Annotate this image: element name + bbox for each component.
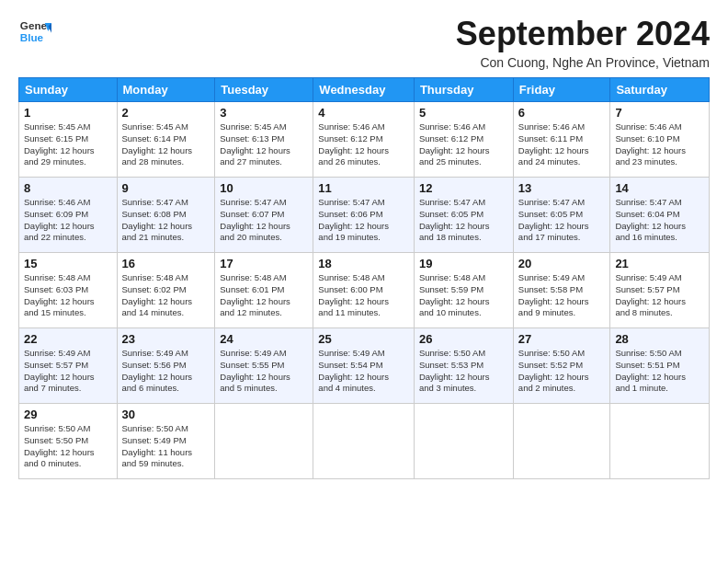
table-row: 25Sunrise: 5:49 AM Sunset: 5:54 PM Dayli… [313, 328, 415, 404]
day-info: Sunrise: 5:45 AM Sunset: 6:14 PM Dayligh… [122, 121, 210, 168]
table-row: 11Sunrise: 5:47 AM Sunset: 6:06 PM Dayli… [313, 178, 415, 253]
day-number: 13 [518, 181, 606, 195]
table-row: 1Sunrise: 5:45 AM Sunset: 6:15 PM Daylig… [19, 102, 118, 178]
day-number: 25 [318, 332, 409, 346]
day-info: Sunrise: 5:49 AM Sunset: 5:55 PM Dayligh… [220, 348, 308, 395]
day-info: Sunrise: 5:47 AM Sunset: 6:08 PM Dayligh… [122, 197, 210, 244]
day-info: Sunrise: 5:45 AM Sunset: 6:13 PM Dayligh… [220, 121, 308, 168]
day-info: Sunrise: 5:50 AM Sunset: 5:53 PM Dayligh… [419, 348, 508, 395]
table-row: 5Sunrise: 5:46 AM Sunset: 6:12 PM Daylig… [414, 102, 513, 178]
day-number: 26 [419, 332, 508, 346]
subtitle: Con Cuong, Nghe An Province, Vietnam [456, 55, 710, 70]
day-info: Sunrise: 5:47 AM Sunset: 6:06 PM Dayligh… [318, 197, 409, 244]
day-number: 22 [24, 332, 112, 346]
header-sunday: Sunday [19, 78, 118, 102]
day-number: 8 [24, 181, 112, 195]
day-number: 18 [318, 257, 409, 270]
day-info: Sunrise: 5:50 AM Sunset: 5:52 PM Dayligh… [518, 348, 606, 395]
calendar-row: 8Sunrise: 5:46 AM Sunset: 6:09 PM Daylig… [19, 178, 710, 253]
table-row: 2Sunrise: 5:45 AM Sunset: 6:14 PM Daylig… [117, 102, 215, 178]
month-title: September 2024 [456, 15, 710, 53]
day-number: 12 [419, 181, 508, 195]
day-info: Sunrise: 5:49 AM Sunset: 5:58 PM Dayligh… [518, 272, 606, 319]
table-row [414, 404, 513, 479]
day-info: Sunrise: 5:47 AM Sunset: 6:05 PM Dayligh… [518, 197, 606, 244]
table-row: 24Sunrise: 5:49 AM Sunset: 5:55 PM Dayli… [215, 328, 313, 404]
calendar-row: 15Sunrise: 5:48 AM Sunset: 6:03 PM Dayli… [19, 253, 710, 328]
day-info: Sunrise: 5:46 AM Sunset: 6:11 PM Dayligh… [518, 121, 606, 168]
day-info: Sunrise: 5:50 AM Sunset: 5:49 PM Dayligh… [122, 423, 210, 470]
day-info: Sunrise: 5:46 AM Sunset: 6:12 PM Dayligh… [419, 121, 508, 168]
calendar-row: 22Sunrise: 5:49 AM Sunset: 5:57 PM Dayli… [19, 328, 710, 404]
calendar-row: 1Sunrise: 5:45 AM Sunset: 6:15 PM Daylig… [19, 102, 710, 178]
table-row: 28Sunrise: 5:50 AM Sunset: 5:51 PM Dayli… [610, 328, 710, 404]
table-row: 4Sunrise: 5:46 AM Sunset: 6:12 PM Daylig… [313, 102, 415, 178]
calendar-header-row: Sunday Monday Tuesday Wednesday Thursday… [19, 78, 710, 102]
table-row [513, 404, 610, 479]
table-row: 18Sunrise: 5:48 AM Sunset: 6:00 PM Dayli… [313, 253, 415, 328]
day-number: 16 [122, 257, 210, 270]
header-monday: Monday [117, 78, 215, 102]
svg-text:Blue: Blue [20, 31, 44, 43]
day-number: 19 [419, 257, 508, 270]
day-info: Sunrise: 5:48 AM Sunset: 6:02 PM Dayligh… [122, 272, 210, 319]
logo: General Blue [18, 15, 51, 48]
day-number: 7 [615, 106, 704, 120]
day-info: Sunrise: 5:46 AM Sunset: 6:10 PM Dayligh… [615, 121, 704, 168]
calendar-table: Sunday Monday Tuesday Wednesday Thursday… [18, 77, 710, 479]
day-info: Sunrise: 5:49 AM Sunset: 5:56 PM Dayligh… [122, 348, 210, 395]
table-row: 27Sunrise: 5:50 AM Sunset: 5:52 PM Dayli… [513, 328, 610, 404]
day-info: Sunrise: 5:48 AM Sunset: 6:01 PM Dayligh… [220, 272, 308, 319]
header-friday: Friday [513, 78, 610, 102]
table-row: 6Sunrise: 5:46 AM Sunset: 6:11 PM Daylig… [513, 102, 610, 178]
table-row: 8Sunrise: 5:46 AM Sunset: 6:09 PM Daylig… [19, 178, 118, 253]
day-number: 28 [615, 332, 704, 346]
table-row: 12Sunrise: 5:47 AM Sunset: 6:05 PM Dayli… [414, 178, 513, 253]
table-row: 15Sunrise: 5:48 AM Sunset: 6:03 PM Dayli… [19, 253, 118, 328]
day-number: 23 [122, 332, 210, 346]
day-number: 5 [419, 106, 508, 120]
day-info: Sunrise: 5:49 AM Sunset: 5:57 PM Dayligh… [615, 272, 704, 319]
day-number: 30 [122, 408, 210, 421]
day-number: 9 [122, 181, 210, 195]
day-number: 27 [518, 332, 606, 346]
day-number: 2 [122, 106, 210, 120]
table-row: 29Sunrise: 5:50 AM Sunset: 5:50 PM Dayli… [19, 404, 118, 479]
day-info: Sunrise: 5:50 AM Sunset: 5:51 PM Dayligh… [615, 348, 704, 395]
day-number: 11 [318, 181, 409, 195]
day-number: 20 [518, 257, 606, 270]
table-row: 19Sunrise: 5:48 AM Sunset: 5:59 PM Dayli… [414, 253, 513, 328]
day-number: 21 [615, 257, 704, 270]
table-row: 14Sunrise: 5:47 AM Sunset: 6:04 PM Dayli… [610, 178, 710, 253]
table-row: 30Sunrise: 5:50 AM Sunset: 5:49 PM Dayli… [117, 404, 215, 479]
day-number: 24 [220, 332, 308, 346]
day-number: 4 [318, 106, 409, 120]
day-info: Sunrise: 5:49 AM Sunset: 5:54 PM Dayligh… [318, 348, 409, 395]
day-info: Sunrise: 5:46 AM Sunset: 6:12 PM Dayligh… [318, 121, 409, 168]
table-row: 23Sunrise: 5:49 AM Sunset: 5:56 PM Dayli… [117, 328, 215, 404]
table-row: 17Sunrise: 5:48 AM Sunset: 6:01 PM Dayli… [215, 253, 313, 328]
header: General Blue September 2024 Con Cuong, N… [18, 15, 710, 70]
day-info: Sunrise: 5:48 AM Sunset: 6:00 PM Dayligh… [318, 272, 409, 319]
table-row: 9Sunrise: 5:47 AM Sunset: 6:08 PM Daylig… [117, 178, 215, 253]
table-row: 10Sunrise: 5:47 AM Sunset: 6:07 PM Dayli… [215, 178, 313, 253]
logo-icon: General Blue [18, 15, 51, 48]
day-number: 15 [24, 257, 112, 270]
header-saturday: Saturday [610, 78, 710, 102]
table-row: 7Sunrise: 5:46 AM Sunset: 6:10 PM Daylig… [610, 102, 710, 178]
table-row: 20Sunrise: 5:49 AM Sunset: 5:58 PM Dayli… [513, 253, 610, 328]
day-number: 3 [220, 106, 308, 120]
table-row: 26Sunrise: 5:50 AM Sunset: 5:53 PM Dayli… [414, 328, 513, 404]
header-thursday: Thursday [414, 78, 513, 102]
day-number: 17 [220, 257, 308, 270]
day-number: 29 [24, 408, 112, 421]
day-info: Sunrise: 5:48 AM Sunset: 6:03 PM Dayligh… [24, 272, 112, 319]
day-info: Sunrise: 5:47 AM Sunset: 6:05 PM Dayligh… [419, 197, 508, 244]
day-info: Sunrise: 5:45 AM Sunset: 6:15 PM Dayligh… [24, 121, 112, 168]
day-info: Sunrise: 5:47 AM Sunset: 6:04 PM Dayligh… [615, 197, 704, 244]
day-number: 14 [615, 181, 704, 195]
header-tuesday: Tuesday [215, 78, 313, 102]
table-row: 16Sunrise: 5:48 AM Sunset: 6:02 PM Dayli… [117, 253, 215, 328]
day-info: Sunrise: 5:48 AM Sunset: 5:59 PM Dayligh… [419, 272, 508, 319]
table-row: 13Sunrise: 5:47 AM Sunset: 6:05 PM Dayli… [513, 178, 610, 253]
